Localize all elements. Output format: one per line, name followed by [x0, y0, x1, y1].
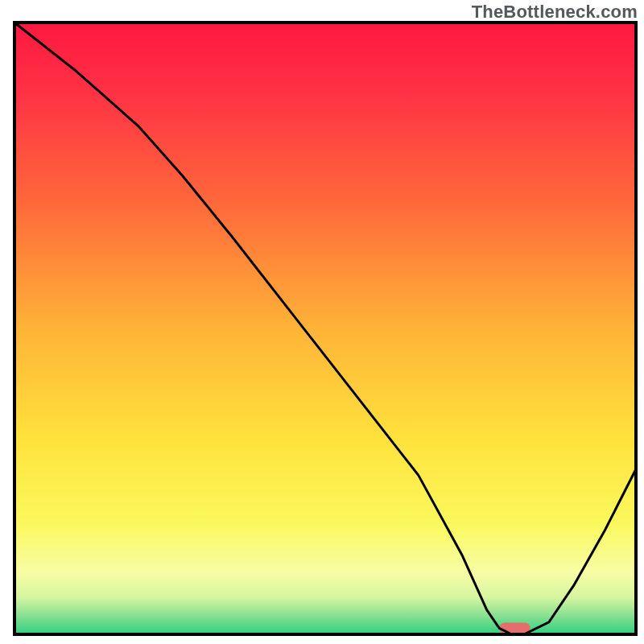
bottleneck-chart	[0, 0, 644, 644]
chart-stage: TheBottleneck.com	[0, 0, 644, 644]
optimal-range-marker	[499, 622, 530, 634]
gradient-background	[14, 23, 636, 634]
plot-area	[14, 23, 636, 634]
